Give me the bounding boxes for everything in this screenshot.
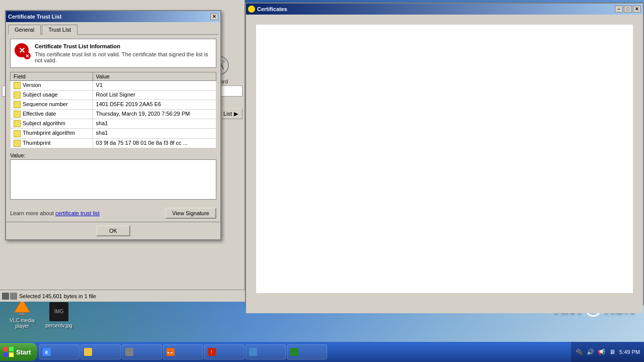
certificates-window: Certificates − □ ✕ bbox=[245, 3, 644, 304]
info-text-area: Certificate Trust List Information This … bbox=[35, 43, 212, 63]
col-field: Field bbox=[11, 72, 93, 81]
clock: 5:49 PM bbox=[619, 349, 640, 355]
col-value: Value bbox=[93, 72, 216, 81]
table-row[interactable]: Effective dateThursday, March 19, 2020 7… bbox=[11, 110, 216, 119]
table-row[interactable]: VersionV1 bbox=[11, 81, 216, 90]
table-row[interactable]: Sequence number1401 D5FE 2019 2AA5 E6 bbox=[11, 100, 216, 110]
svg-rect-3 bbox=[20, 313, 25, 315]
value-label: Value: bbox=[10, 152, 216, 158]
taskbar-apps: e 🦊 ! bbox=[39, 344, 571, 359]
value-textarea[interactable] bbox=[10, 159, 216, 200]
table-row[interactable]: Thumbprint algorithmsha1 bbox=[11, 129, 216, 138]
certificates-window-title: Certificates bbox=[257, 6, 287, 12]
firefox-taskbar-icon: 🦊 bbox=[167, 348, 175, 356]
certificates-window-icon bbox=[248, 6, 255, 13]
table-row[interactable]: Subject algorithmsha1 bbox=[11, 119, 216, 129]
value-cell: V1 bbox=[93, 81, 216, 90]
taskbar-app-ie2[interactable]: ! bbox=[204, 344, 245, 359]
vlc-label: VLC mediaplayer bbox=[10, 318, 34, 329]
dialog-close-btn[interactable]: ✕ bbox=[210, 13, 218, 20]
folder-taskbar-icon bbox=[84, 348, 92, 356]
field-cell: Subject usage bbox=[11, 90, 93, 100]
taskbar-app-extra2[interactable] bbox=[246, 344, 286, 359]
value-cell: Thursday, March 19, 2020 7:56:29 PM bbox=[93, 110, 216, 119]
status-icon-2 bbox=[10, 293, 17, 300]
certificates-window-controls: − □ ✕ bbox=[615, 6, 641, 13]
ie2-taskbar-icon: ! bbox=[208, 348, 216, 356]
svg-rect-4 bbox=[19, 315, 26, 316]
taskbar-app-firefox[interactable]: 🦊 bbox=[163, 344, 203, 359]
certificates-close-btn[interactable]: ✕ bbox=[633, 6, 641, 13]
network-icon: 🔌 bbox=[575, 348, 583, 356]
percent-icon[interactable]: IMG percentv.jpg bbox=[43, 302, 75, 328]
svg-rect-14 bbox=[9, 352, 14, 357]
error-icon-overlay: ✕ bbox=[24, 52, 31, 59]
status-text: Selected 145,601 bytes in 1 file bbox=[19, 293, 96, 299]
ok-button[interactable]: OK bbox=[96, 225, 130, 236]
field-cell: Version bbox=[11, 81, 93, 90]
value-cell: Root List Signer bbox=[93, 90, 216, 100]
svg-rect-13 bbox=[4, 352, 8, 357]
certificate-trust-list-dialog: Certificate Trust List ✕ General Trust L… bbox=[5, 10, 221, 240]
start-button[interactable]: Start bbox=[0, 343, 37, 361]
desktop: C CCleaner VLC mediaplayer IMG percentv.… bbox=[0, 0, 644, 342]
taskbar-system-tray: 🔌 🔊 📢 🖥 5:49 PM bbox=[571, 342, 644, 362]
extra1-taskbar-icon bbox=[125, 348, 133, 356]
dialog-body: ✕ ✕ Certificate Trust List Information T… bbox=[6, 35, 220, 205]
start-label: Start bbox=[16, 348, 31, 356]
percent-label: percentv.jpg bbox=[45, 323, 72, 328]
tab-trust-list[interactable]: Trust List bbox=[42, 25, 77, 35]
value-cell: 1401 D5FE 2019 2AA5 E6 bbox=[93, 100, 216, 110]
certificates-maximize-btn[interactable]: □ bbox=[624, 6, 632, 13]
error-icon-container: ✕ ✕ bbox=[15, 43, 31, 59]
svg-rect-12 bbox=[9, 347, 14, 351]
tab-general[interactable]: General bbox=[8, 25, 41, 35]
ie-taskbar-icon: e bbox=[43, 348, 51, 356]
learn-more-text: Learn more about certificate trust list bbox=[10, 210, 100, 216]
field-cell: Thumbprint algorithm bbox=[11, 129, 93, 138]
svg-rect-11 bbox=[4, 347, 8, 351]
certificate-trust-list-link[interactable]: certificate trust list bbox=[55, 210, 100, 216]
display-icon: 🖥 bbox=[608, 348, 616, 356]
speaker-icon: 📢 bbox=[597, 348, 605, 356]
status-icon-1 bbox=[2, 293, 9, 300]
certificates-content bbox=[256, 25, 633, 293]
volume-icon: 🔊 bbox=[586, 348, 594, 356]
error-message: This certificate trust list is not valid… bbox=[35, 51, 212, 63]
table-row[interactable]: Subject usageRoot List Signer bbox=[11, 90, 216, 100]
dialog-footer: OK bbox=[6, 222, 220, 239]
value-cell: 03 9f da 75 17 08 01 0e 8a f3 8f cc ... bbox=[93, 138, 216, 148]
field-cell: Thumbprint bbox=[11, 138, 93, 148]
app-status-bar: Selected 145,601 bytes in 1 file bbox=[0, 290, 245, 302]
dialog-titlebar[interactable]: Certificate Trust List ✕ bbox=[6, 11, 220, 22]
dialog-tabs: General Trust List bbox=[8, 24, 218, 35]
field-cell: Subject algorithm bbox=[11, 119, 93, 129]
value-cell: sha1 bbox=[93, 129, 216, 138]
value-cell: sha1 bbox=[93, 119, 216, 129]
field-cell: Sequence number bbox=[11, 100, 93, 110]
extra2-taskbar-icon bbox=[249, 348, 257, 356]
table-row[interactable]: Thumbprint03 9f da 75 17 08 01 0e 8a f3 … bbox=[11, 138, 216, 148]
taskbar: Start e 🦊 ! 🔌 🔊 📢 🖥 bbox=[0, 342, 644, 362]
extra3-taskbar-icon bbox=[290, 348, 298, 356]
svg-text:IMG: IMG bbox=[54, 309, 64, 314]
dialog-bottom: Learn more about certificate trust list … bbox=[6, 205, 220, 222]
certificates-body bbox=[246, 25, 643, 313]
taskbar-app-folder[interactable] bbox=[80, 344, 121, 359]
taskbar-app-ie[interactable]: e bbox=[39, 344, 79, 359]
certificates-minimize-btn[interactable]: − bbox=[615, 6, 623, 13]
info-section: ✕ ✕ Certificate Trust List Information T… bbox=[10, 39, 216, 68]
certificates-title-area: Certificates bbox=[248, 6, 287, 13]
dialog-title: Certificate Trust List bbox=[8, 14, 61, 20]
certificates-titlebar[interactable]: Certificates − □ ✕ bbox=[246, 4, 643, 15]
windows-logo-icon bbox=[3, 346, 14, 357]
taskbar-app-extra1[interactable] bbox=[122, 344, 162, 359]
field-cell: Effective date bbox=[11, 110, 93, 119]
field-table: Field Value VersionV1Subject usageRoot L… bbox=[10, 72, 216, 148]
section-title: Certificate Trust List Information bbox=[35, 43, 212, 49]
view-signature-button[interactable]: View Signature bbox=[165, 208, 216, 219]
taskbar-app-extra3[interactable] bbox=[287, 344, 327, 359]
